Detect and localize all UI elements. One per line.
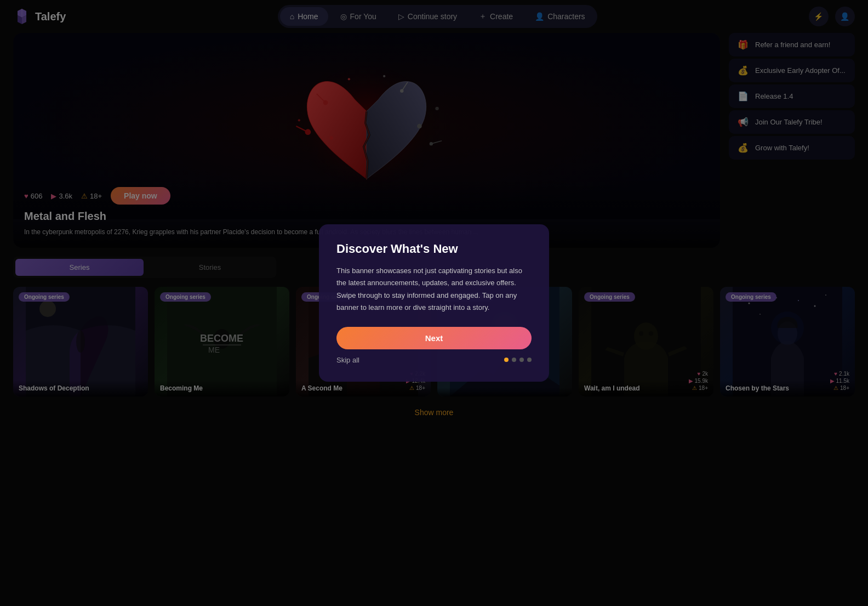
- modal-dot-1: [504, 358, 509, 362]
- discover-text: This banner showcases not just captivati…: [336, 265, 532, 313]
- discover-next-button[interactable]: Next: [336, 327, 532, 349]
- modal-dot-4: [527, 358, 532, 362]
- modal-progress-dots: [504, 358, 532, 362]
- discover-overlay: Discover What's New This banner showcase…: [0, 0, 868, 606]
- discover-skip-row: Skip all: [336, 356, 532, 364]
- discover-title: Discover What's New: [336, 242, 532, 256]
- modal-dot-2: [512, 358, 516, 362]
- skip-all-button[interactable]: Skip all: [336, 356, 359, 364]
- modal-dot-3: [519, 358, 524, 362]
- discover-modal: Discover What's New This banner showcase…: [319, 224, 549, 381]
